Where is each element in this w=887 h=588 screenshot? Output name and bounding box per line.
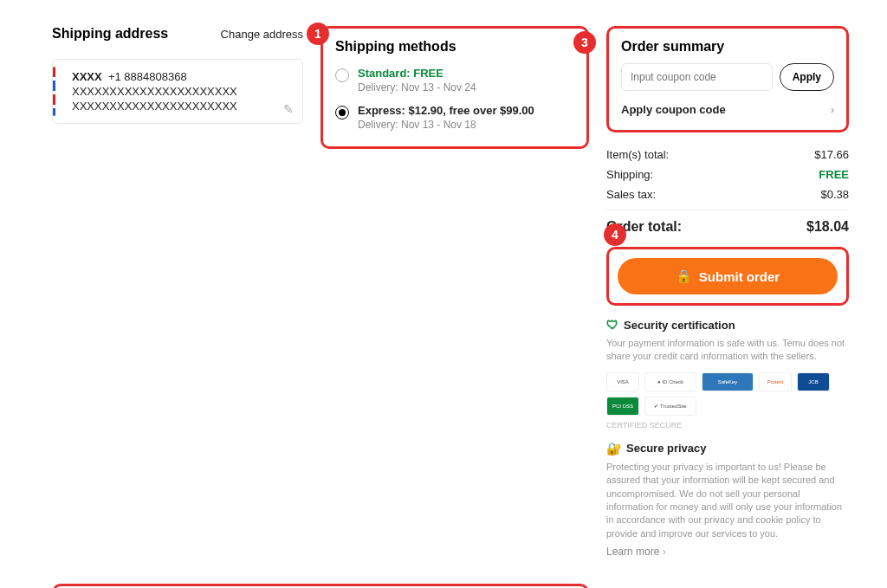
learn-more-link[interactable]: Learn more › — [606, 546, 849, 558]
lock-shield-icon: 🔐 — [606, 442, 621, 456]
summary-shipping: Shipping:FREE — [606, 165, 849, 184]
radio-icon[interactable] — [335, 68, 349, 82]
shipping-express-label: Express: $12.90, free over $99.00 — [358, 104, 534, 117]
coupon-input[interactable] — [621, 63, 773, 91]
visa-secure-logo: VISA — [606, 372, 639, 391]
submit-order-wrap: 4 🔒Submit order — [606, 247, 849, 306]
address-card[interactable]: XXXX +1 8884808368 XXXXXXXXXXXXXXXXXXXXX… — [52, 59, 303, 124]
mc-idcheck-logo: ● ID Check — [644, 372, 696, 391]
radio-selected-icon[interactable] — [335, 106, 349, 120]
address-name-phone: XXXX +1 8884808368 — [72, 70, 290, 83]
discover-protectbuy-logo: Protect — [759, 372, 792, 391]
edit-address-icon[interactable]: ✎ — [283, 102, 294, 116]
shipping-standard-option[interactable]: Standard: FREE Delivery: Nov 13 - Nov 24 — [335, 61, 574, 99]
shield-check-icon: 🛡 — [606, 318, 618, 332]
shipping-express-delivery: Delivery: Nov 13 - Nov 18 — [358, 119, 534, 131]
shipping-address-title: Shipping address — [52, 26, 168, 42]
jcb-secure-logo: JCB — [797, 372, 830, 391]
order-summary-section: 3 Order summary Apply Apply coupon code›… — [606, 26, 849, 558]
address-line-1: XXXXXXXXXXXXXXXXXXXXXX — [72, 85, 290, 98]
chevron-right-icon: › — [831, 104, 834, 116]
chevron-right-icon: › — [663, 546, 666, 558]
summary-items: Item(s) total:$17.66 — [606, 145, 849, 165]
change-address-link[interactable]: Change address — [221, 28, 303, 41]
lock-icon: 🔒 — [676, 268, 692, 284]
summary-tax: Sales tax:$0.38 — [606, 184, 849, 204]
secure-privacy: 🔐Secure privacy Protecting your privacy … — [606, 442, 849, 558]
apply-coupon-code-link[interactable]: Apply coupon code› — [621, 100, 834, 120]
annotation-badge-4: 4 — [604, 223, 626, 246]
security-certification: 🛡Security certification Your payment inf… — [606, 318, 849, 430]
certified-secure-text: CERTIFIED SECURE — [606, 421, 849, 430]
address-line-2: XXXXXXXXXXXXXXXXXXXXXX — [72, 100, 290, 113]
shipping-methods-section: Shipping methods Standard: FREE Delivery… — [320, 26, 589, 149]
submit-order-button[interactable]: 🔒Submit order — [618, 258, 838, 294]
shipping-methods-title: Shipping methods — [335, 39, 574, 55]
summary-total: Order total:$18.04 — [606, 210, 849, 235]
shipping-address-section: Shipping address Change address XXXX +1 … — [52, 26, 303, 124]
amex-safekey-logo: SafeKey — [702, 372, 754, 391]
apply-coupon-button[interactable]: Apply — [780, 63, 834, 91]
shipping-standard-label: Standard: FREE — [358, 67, 476, 80]
payment-methods-section: 2 Payment methods Card Card number VISA … — [52, 584, 589, 588]
security-logos: VISA ● ID Check SafeKey Protect JCB PCI … — [606, 372, 849, 416]
order-summary-title: Order summary — [621, 39, 834, 55]
pci-dss-logo: PCI DSS — [606, 397, 639, 416]
annotation-badge-3: 3 — [573, 31, 596, 54]
trustedsite-logo: ✔ TrustedSite — [644, 397, 696, 416]
shipping-express-option[interactable]: Express: $12.90, free over $99.00 Delive… — [335, 99, 574, 136]
shipping-standard-delivery: Delivery: Nov 13 - Nov 24 — [358, 81, 476, 94]
